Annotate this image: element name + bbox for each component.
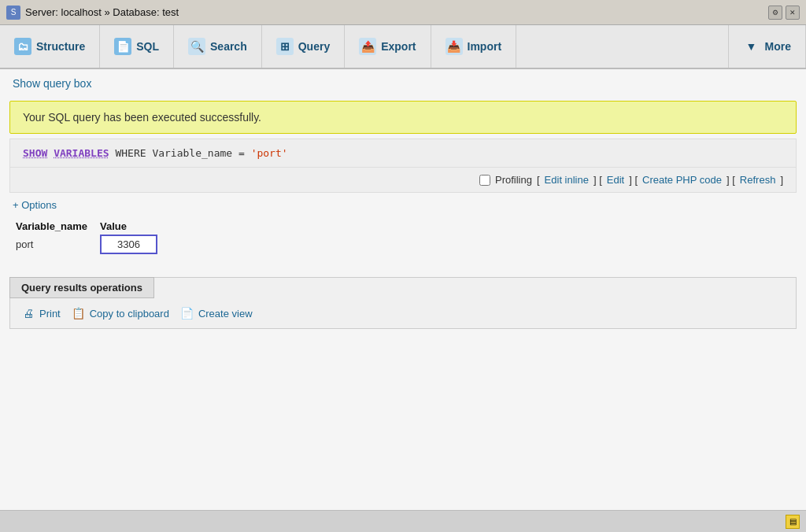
tab-more[interactable]: ▼ More (728, 25, 806, 68)
tab-structure[interactable]: 🗂 Structure (0, 25, 100, 68)
tab-query[interactable]: ⊞ Query (262, 25, 345, 68)
profiling-separator1: [ (537, 174, 540, 186)
profiling-checkbox[interactable] (479, 175, 490, 186)
tabbar: 🗂 Structure 📄 SQL 🔍 Search ⊞ Query 📤 Exp… (0, 25, 806, 69)
tab-export[interactable]: 📤 Export (345, 25, 431, 68)
gear-button[interactable]: ⚙ (768, 6, 782, 20)
tab-search-label: Search (210, 40, 247, 53)
print-icon: 🖨 (21, 306, 35, 320)
sql-keyword-show: SHOW (23, 147, 47, 159)
query-icon: ⊞ (276, 38, 294, 55)
edit-link[interactable]: Edit (607, 174, 624, 186)
sql-varname: Variable_name (152, 147, 232, 159)
profiling-separator5: ] (780, 174, 783, 186)
copy-action[interactable]: 📋 Copy to clipboard (72, 306, 169, 320)
profiling-bar: Profiling [ Edit inline ] [ Edit ] [ Cre… (9, 168, 797, 193)
qro-header: Query results operations (9, 277, 154, 298)
import-icon: 📥 (446, 38, 463, 55)
col-value: Value (97, 217, 167, 235)
profiling-separator3: ] [ (629, 174, 638, 186)
sql-where-clause: WHERE (115, 147, 152, 159)
profiling-label: Profiling (495, 174, 532, 186)
tab-search[interactable]: 🔍 Search (174, 25, 262, 68)
search-icon: 🔍 (188, 38, 205, 55)
tab-import-label: Import (468, 40, 502, 53)
structure-icon: 🗂 (14, 38, 31, 55)
tab-more-label: More (765, 40, 791, 53)
success-banner: Your SQL query has been executed success… (9, 101, 797, 134)
titlebar-controls: ⚙ ✕ (768, 6, 800, 20)
cell-value: 3306 (97, 235, 167, 253)
tab-query-label: Query (298, 40, 330, 53)
table-header-row: Variable_name Value (13, 217, 167, 235)
more-dropdown-icon: ▼ (743, 38, 760, 55)
success-message: Your SQL query has been executed success… (23, 111, 261, 124)
cell-variable-name: port (13, 235, 97, 253)
table-row: port 3306 (13, 235, 167, 253)
create-view-action[interactable]: 📄 Create view (180, 306, 253, 320)
print-action[interactable]: 🖨 Print (21, 306, 61, 320)
copy-icon: 📋 (72, 306, 86, 320)
options-link[interactable]: + Options (0, 193, 806, 217)
bottom-status-icon: ▤ (786, 515, 800, 529)
create-view-label: Create view (198, 308, 253, 320)
create-view-icon: 📄 (180, 306, 194, 320)
server-icon: S (6, 6, 20, 20)
export-icon: 📤 (359, 38, 376, 55)
tab-structure-label: Structure (36, 40, 85, 53)
tab-export-label: Export (381, 40, 416, 53)
create-php-link[interactable]: Create PHP code (642, 174, 722, 186)
show-query-box-link[interactable]: Show query box (0, 69, 806, 96)
sql-keyword-variables: VARIABLES (54, 147, 109, 159)
sql-string-port: 'port' (251, 147, 288, 159)
edit-inline-link[interactable]: Edit inline (545, 174, 589, 186)
bottom-bar: ▤ (0, 510, 806, 532)
value-display: 3306 (100, 235, 157, 254)
tab-sql-label: SQL (136, 40, 159, 53)
sql-equals: = (238, 147, 251, 159)
tab-import[interactable]: 📥 Import (431, 25, 517, 68)
profiling-separator2: ] [ (593, 174, 602, 186)
print-label: Print (39, 308, 61, 320)
main-content: Show query box Your SQL query has been e… (0, 69, 806, 532)
copy-label: Copy to clipboard (90, 308, 169, 320)
titlebar-left: S Server: localhost » Database: test (6, 6, 179, 20)
results-table: Variable_name Value port 3306 (13, 217, 167, 253)
titlebar: S Server: localhost » Database: test ⚙ ✕ (0, 0, 806, 25)
col-variable-name: Variable_name (13, 217, 97, 235)
profiling-separator4: ] [ (727, 174, 735, 186)
qro-actions: 🖨 Print 📋 Copy to clipboard 📄 Create vie… (10, 298, 796, 328)
sql-display: SHOW VARIABLES WHERE Variable_name = 'po… (9, 139, 797, 168)
sql-icon: 📄 (114, 38, 131, 55)
refresh-link[interactable]: Refresh (740, 174, 776, 186)
titlebar-title: Server: localhost » Database: test (25, 6, 179, 18)
tab-sql[interactable]: 📄 SQL (100, 25, 174, 68)
close-button[interactable]: ✕ (786, 6, 800, 20)
query-results-operations: Query results operations 🖨 Print 📋 Copy … (9, 277, 797, 329)
